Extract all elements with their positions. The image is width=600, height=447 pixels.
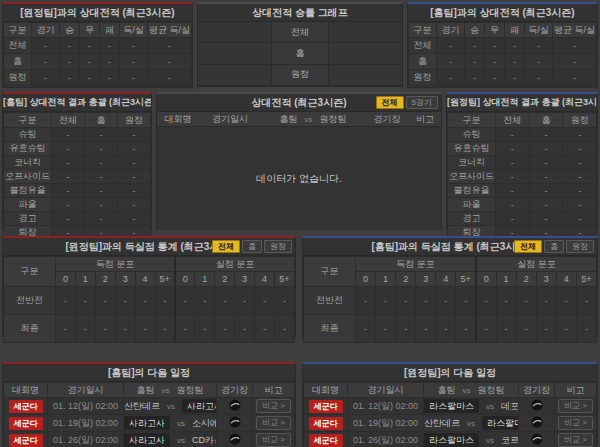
away-team-name: CD카스테욘: [192, 435, 217, 445]
stat-cell: -: [175, 315, 195, 343]
empty-message: 데이터가 없습니다.: [256, 172, 342, 186]
compare-button[interactable]: 비교 >: [558, 399, 593, 413]
stat-cell: -: [553, 54, 597, 70]
filter-home-button[interactable]: 홈: [242, 240, 262, 253]
compare-button[interactable]: 비교 >: [558, 416, 593, 430]
row-label: 오프사이드: [4, 170, 52, 184]
goal-stats-row: 최종 - - - - - - - - - - - -: [304, 315, 597, 343]
panel-title: [원정팀]의 다음 일정: [303, 364, 597, 382]
winrate-graph: 전체 홈 원정: [198, 22, 402, 86]
stadium-icon[interactable]: [229, 416, 241, 430]
stadium-icon[interactable]: [531, 399, 543, 413]
group-header-goals-for: 득점 분포: [356, 257, 476, 272]
column-header: 0: [175, 272, 195, 287]
stadium-icon[interactable]: [229, 433, 241, 447]
filter-buttons: 전체 홈 원정: [212, 240, 292, 253]
match-datetime: 01. 19(일) 02:00: [48, 415, 124, 432]
stat-cell: -: [155, 315, 175, 343]
column-header: 비고: [409, 113, 441, 126]
stat-cell: -: [496, 287, 516, 315]
compare-cell: 비교 >: [555, 415, 597, 432]
goal-stats-row: 최종 - - - - - - - - - - - -: [4, 315, 295, 343]
record-row: 전체 - - - - - -: [409, 38, 597, 54]
league-cell: 세군다: [304, 415, 348, 432]
stat-cell: -: [274, 315, 294, 343]
panel-h2h-match-list: 상대전적 (최근3시즌) 전체 5경기 대회명 경기일시 홈팀vs원정팀 경기장…: [156, 92, 442, 230]
stat-cell: -: [396, 287, 416, 315]
row-label: 파울: [4, 198, 52, 212]
stat-cell: -: [553, 70, 597, 86]
home-team-name: 산탄데르: [424, 418, 460, 428]
stadium-icon[interactable]: [229, 399, 241, 413]
column-header: 승: [465, 23, 485, 38]
stat-cell: -: [496, 170, 530, 184]
column-header: 1: [496, 272, 516, 287]
vs-label: vs: [305, 115, 313, 124]
column-header: 1: [195, 272, 215, 287]
compare-button[interactable]: 비교 >: [256, 433, 291, 447]
stat-cell: -: [56, 287, 76, 315]
stat-cell: -: [120, 54, 148, 70]
filter-5games-button[interactable]: 5경기: [406, 96, 438, 109]
column-header: 득/실: [120, 23, 148, 38]
away-team-name: 소시에다드B: [192, 418, 217, 428]
panel-title: 상대전적 승률 그래프: [198, 4, 402, 22]
home-team-name: 사라고사: [124, 416, 170, 430]
group-header-goals-against: 실점 분포: [476, 257, 597, 272]
stat-cell: -: [396, 315, 416, 343]
vs-label: vs: [467, 419, 475, 428]
stat-cell: -: [436, 287, 456, 315]
stat-cell: -: [356, 315, 376, 343]
row-label: 원정: [409, 70, 437, 86]
stat-cell: -: [60, 54, 80, 70]
filter-away-button[interactable]: 원정: [566, 240, 594, 253]
column-header: 경기장: [519, 383, 555, 398]
row-label: 경고: [4, 212, 52, 226]
summary-row: 유효슈팅 - - -: [4, 142, 151, 156]
filter-home-button[interactable]: 홈: [544, 240, 564, 253]
panel-home-next-schedule: [홈팀]의 다음 일정 대회명 경기일시 홈팀vs원정팀 경기장 비고 세군다 …: [2, 362, 296, 446]
panel-title: 상대전적 (최근3시즌) 전체 5경기: [157, 94, 441, 112]
column-header: 홈: [529, 113, 563, 128]
stat-cell: -: [56, 315, 76, 343]
filter-buttons: 전체 5경기: [376, 96, 438, 109]
column-header: 2: [215, 272, 235, 287]
stat-cell: -: [118, 142, 151, 156]
away-team-name: 데포르티보L: [501, 401, 519, 411]
filter-all-button[interactable]: 전체: [212, 240, 240, 253]
stat-cell: -: [465, 70, 485, 86]
stat-cell: -: [32, 38, 60, 54]
schedule-row: 세군다 01. 19(일) 02:00 사라고사vs소시에다드B 비교 >: [4, 415, 295, 432]
column-header: 5+: [456, 272, 476, 287]
stat-cell: -: [505, 70, 525, 86]
filter-away-button[interactable]: 원정: [264, 240, 292, 253]
panel-goal-stats-vs-hometeam: [홈팀]과의 득실점 통계 (최근3시즌) 전체 홈 원정 구분 득점 분포 실…: [302, 236, 598, 337]
stat-cell: -: [456, 287, 476, 315]
panel-goal-stats-vs-awayteam: [원정팀]과의 득실점 통계 (최근3시즌) 전체 홈 원정 구분 득점 분포 …: [2, 236, 296, 337]
stat-cell: -: [60, 70, 80, 86]
match-datetime: 01. 12(일) 02:00: [348, 398, 424, 415]
graph-away-bar-area: [329, 22, 402, 42]
panel-home-result-summary: [홈팀] 상대전적 결과 총괄 (최근3시즌 평균) 구분 전체 홈 원정 슈팅…: [2, 92, 152, 230]
home-team-name: 라스팔마스: [424, 399, 479, 413]
summary-table: 구분 전체 홈 원정 슈팅 - - - 유효슈팅 -: [3, 112, 151, 240]
corner-header: 구분: [4, 257, 56, 287]
filter-all-button[interactable]: 전체: [514, 240, 542, 253]
stat-cell: -: [255, 287, 275, 315]
stadium-cell: [217, 415, 253, 432]
away-team-name: 라스팔마스: [482, 416, 519, 430]
stadium-icon[interactable]: [531, 433, 543, 447]
group-header-goals-against: 실점 분포: [175, 257, 295, 272]
column-header: 2: [516, 272, 536, 287]
panel-title: [원정팀] 상대전적 결과 총괄 (최근3시즌 평균): [447, 94, 597, 112]
match-cell: 산탄데르vs사라고사: [124, 398, 217, 415]
row-label: 최종: [4, 315, 56, 343]
compare-button[interactable]: 비교 >: [256, 416, 291, 430]
graph-row-label: 홈: [271, 43, 329, 63]
column-header: 경기장: [365, 113, 409, 126]
compare-button[interactable]: 비교 >: [558, 433, 593, 447]
filter-all-button[interactable]: 전체: [376, 96, 404, 109]
compare-button[interactable]: 비교 >: [256, 399, 291, 413]
stadium-icon[interactable]: [531, 416, 543, 430]
summary-row: 유효슈팅 - - -: [448, 142, 597, 156]
